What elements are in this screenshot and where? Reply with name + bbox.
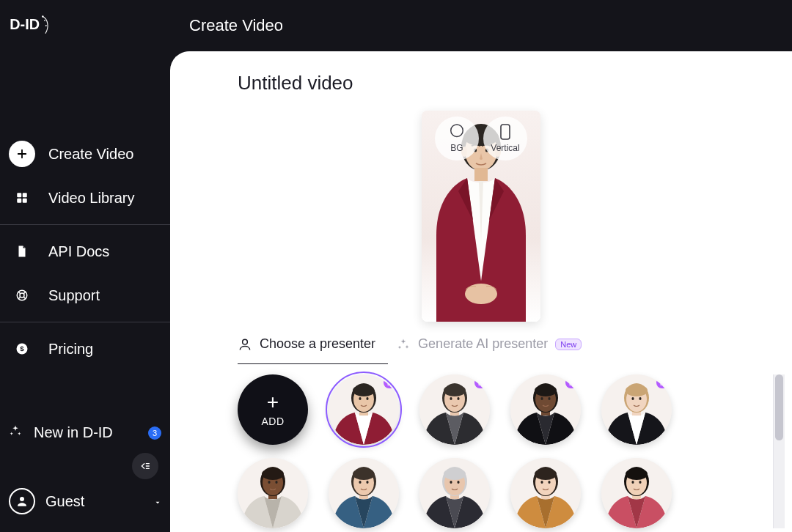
presenter-tile[interactable]: HQ: [419, 374, 490, 445]
svg-point-88: [540, 481, 543, 484]
svg-point-55: [626, 385, 648, 396]
svg-point-63: [262, 468, 284, 480]
brand-logo[interactable]: D-ID: [7, 11, 56, 40]
new-count-badge: 3: [148, 426, 161, 440]
orient-chip-label: Vertical: [491, 143, 519, 153]
svg-point-9: [20, 293, 24, 298]
svg-text:D-ID: D-ID: [10, 16, 40, 32]
sidebar-item-label: Support: [48, 287, 100, 304]
hq-badge: HQ: [384, 377, 399, 388]
svg-point-95: [626, 468, 648, 480]
document-icon: [9, 238, 35, 265]
tab-choose-presenter[interactable]: Choose a presenter: [238, 336, 375, 359]
svg-point-39: [444, 385, 466, 396]
add-presenter-tile[interactable]: + ADD: [238, 374, 308, 445]
sidebar-item-label: API Docs: [48, 243, 109, 260]
add-label: ADD: [261, 415, 284, 427]
sidebar-item-video-library[interactable]: Video Library: [0, 176, 170, 220]
new-badge: New: [555, 339, 582, 350]
main-panel: Untitled video: [170, 51, 792, 532]
sidebar-item-label: Pricing: [48, 341, 93, 358]
sidebar-item-api-docs[interactable]: API Docs: [0, 229, 170, 273]
sidebar-item-support[interactable]: Support: [0, 273, 170, 317]
svg-point-32: [359, 397, 361, 400]
divider: [0, 224, 170, 225]
svg-point-81: [457, 481, 459, 484]
svg-rect-5: [23, 193, 27, 197]
bg-chip-label: BG: [450, 143, 463, 153]
svg-point-71: [353, 468, 375, 480]
svg-point-25: [243, 339, 248, 344]
svg-point-96: [631, 481, 634, 484]
presenter-tile[interactable]: [601, 458, 672, 528]
tab-label: Choose a presenter: [260, 336, 375, 352]
svg-point-12: [20, 497, 24, 501]
svg-point-31: [353, 385, 375, 396]
sidebar: Create Video Video Library API Docs Supp…: [0, 51, 170, 532]
svg-point-89: [548, 481, 550, 484]
collapse-sidebar-button[interactable]: [132, 453, 158, 479]
svg-point-57: [639, 397, 641, 400]
orientation-chip[interactable]: Vertical: [483, 117, 527, 160]
svg-point-41: [457, 397, 459, 400]
svg-point-65: [275, 481, 277, 484]
user-avatar-icon: [9, 488, 35, 514]
svg-rect-4: [17, 193, 21, 197]
topbar: D-ID Create Video: [0, 0, 792, 51]
tab-underline: [238, 363, 388, 364]
svg-rect-6: [17, 199, 21, 203]
chevron-down-icon: [154, 493, 161, 510]
svg-point-40: [450, 397, 452, 400]
sidebar-item-pricing[interactable]: $ Pricing: [0, 327, 170, 371]
svg-text:$: $: [20, 344, 24, 352]
presenter-tile[interactable]: [419, 458, 490, 528]
svg-point-73: [366, 481, 368, 484]
svg-point-72: [359, 481, 361, 484]
presenter-tabs: Choose a presenter Generate AI presenter…: [238, 336, 792, 359]
presenter-tile[interactable]: [510, 458, 581, 528]
tab-label: Generate AI presenter: [418, 336, 548, 352]
svg-point-3: [45, 25, 47, 26]
sidebar-new-label: New in D-ID: [34, 424, 113, 441]
circle-icon: [449, 124, 465, 140]
sparkle-icon: [396, 337, 411, 352]
presenter-tile[interactable]: HQ: [601, 374, 672, 445]
svg-point-2: [44, 20, 45, 21]
user-name: Guest: [45, 493, 84, 510]
background-chip[interactable]: BG: [435, 117, 479, 160]
svg-point-1: [42, 15, 44, 18]
preview-card: BG Vertical: [422, 111, 540, 322]
sidebar-item-create-video[interactable]: Create Video: [0, 132, 170, 176]
svg-point-23: [451, 125, 463, 137]
presenter-tile[interactable]: [238, 458, 308, 528]
svg-rect-7: [23, 199, 27, 203]
presenter-tile[interactable]: HQ: [510, 374, 581, 445]
svg-point-33: [366, 397, 368, 400]
sidebar-item-new[interactable]: New in D-ID 3: [0, 417, 170, 448]
svg-point-97: [639, 481, 641, 484]
svg-point-48: [540, 397, 543, 400]
svg-point-56: [631, 397, 634, 400]
page-title: Create Video: [189, 16, 283, 35]
scroll-thumb[interactable]: [775, 374, 783, 440]
svg-point-79: [444, 468, 466, 480]
divider: [0, 322, 170, 322]
lifebuoy-icon: [9, 282, 35, 309]
presenter-tile[interactable]: [329, 458, 399, 528]
dollar-icon: $: [9, 336, 35, 362]
presenter-tile[interactable]: HQ: [329, 374, 399, 445]
vertical-icon: [497, 124, 513, 140]
tab-generate-presenter[interactable]: Generate AI presenter New: [396, 336, 582, 359]
svg-rect-21: [474, 168, 488, 181]
sidebar-item-label: Create Video: [48, 146, 133, 163]
svg-point-87: [535, 468, 557, 480]
svg-point-49: [548, 397, 550, 400]
user-menu[interactable]: Guest: [0, 479, 170, 523]
scrollbar[interactable]: [773, 374, 785, 528]
sidebar-item-label: Video Library: [48, 190, 134, 207]
sparkle-icon: [9, 424, 22, 441]
presenter-gallery: + ADD HQ: [238, 374, 751, 528]
project-title[interactable]: Untitled video: [238, 72, 792, 95]
svg-point-64: [268, 481, 270, 484]
svg-point-80: [450, 481, 452, 484]
